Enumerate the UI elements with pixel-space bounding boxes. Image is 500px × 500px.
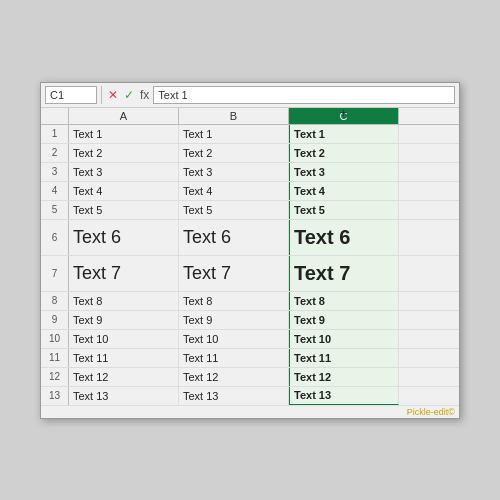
- cell-c-10[interactable]: Text 10: [289, 330, 399, 348]
- table-row: 6Text 6Text 6Text 6: [41, 220, 459, 256]
- grid-body: 1Text 1Text 1Text 12Text 2Text 2Text 23T…: [41, 125, 459, 406]
- col-header-a[interactable]: A: [69, 108, 179, 124]
- cell-b-8[interactable]: Text 8: [179, 292, 289, 310]
- cell-a-13[interactable]: Text 13: [69, 387, 179, 405]
- table-row: 11Text 11Text 11Text 11: [41, 349, 459, 368]
- cell-c-11[interactable]: Text 11: [289, 349, 399, 367]
- cell-a-7[interactable]: Text 7: [69, 256, 179, 291]
- cell-b-13[interactable]: Text 13: [179, 387, 289, 405]
- excel-window: ✕ ✓ fx A B C + 1Text 1Text 1Text 12Text …: [40, 82, 460, 419]
- cell-a-4[interactable]: Text 4: [69, 182, 179, 200]
- table-row: 9Text 9Text 9Text 9: [41, 311, 459, 330]
- watermark: Pickle-edit©: [41, 406, 459, 418]
- fx-icon[interactable]: fx: [138, 88, 151, 102]
- row-number: 2: [41, 144, 69, 162]
- table-row: 3Text 3Text 3Text 3: [41, 163, 459, 182]
- table-row: 12Text 12Text 12Text 12: [41, 368, 459, 387]
- row-number: 13: [41, 387, 69, 405]
- cell-b-11[interactable]: Text 11: [179, 349, 289, 367]
- cell-b-2[interactable]: Text 2: [179, 144, 289, 162]
- row-number: 12: [41, 368, 69, 386]
- cancel-formula-icon[interactable]: ✕: [106, 88, 120, 102]
- cursor-indicator: +: [340, 108, 347, 120]
- cell-b-3[interactable]: Text 3: [179, 163, 289, 181]
- cell-c-4[interactable]: Text 4: [289, 182, 399, 200]
- cell-a-2[interactable]: Text 2: [69, 144, 179, 162]
- table-row: 7Text 7Text 7Text 7: [41, 256, 459, 292]
- row-number: 3: [41, 163, 69, 181]
- cell-a-9[interactable]: Text 9: [69, 311, 179, 329]
- cell-c-7[interactable]: Text 7: [289, 256, 399, 291]
- row-number: 5: [41, 201, 69, 219]
- row-num-header: [41, 108, 69, 124]
- row-number: 8: [41, 292, 69, 310]
- cell-c-9[interactable]: Text 9: [289, 311, 399, 329]
- cell-c-5[interactable]: Text 5: [289, 201, 399, 219]
- cell-c-8[interactable]: Text 8: [289, 292, 399, 310]
- cell-c-6[interactable]: Text 6: [289, 220, 399, 255]
- cell-c-13[interactable]: Text 13: [289, 387, 399, 405]
- cell-a-3[interactable]: Text 3: [69, 163, 179, 181]
- cell-b-10[interactable]: Text 10: [179, 330, 289, 348]
- table-row: 1Text 1Text 1Text 1: [41, 125, 459, 144]
- cell-b-5[interactable]: Text 5: [179, 201, 289, 219]
- row-number: 1: [41, 125, 69, 143]
- cell-a-8[interactable]: Text 8: [69, 292, 179, 310]
- cell-b-12[interactable]: Text 12: [179, 368, 289, 386]
- cell-a-12[interactable]: Text 12: [69, 368, 179, 386]
- confirm-formula-icon[interactable]: ✓: [122, 88, 136, 102]
- cell-a-10[interactable]: Text 10: [69, 330, 179, 348]
- table-row: 2Text 2Text 2Text 2: [41, 144, 459, 163]
- table-row: 4Text 4Text 4Text 4: [41, 182, 459, 201]
- col-header-b[interactable]: B: [179, 108, 289, 124]
- cell-a-11[interactable]: Text 11: [69, 349, 179, 367]
- cell-c-1[interactable]: Text 1: [289, 125, 399, 143]
- formula-input[interactable]: [153, 86, 455, 104]
- spreadsheet: A B C + 1Text 1Text 1Text 12Text 2Text 2…: [41, 108, 459, 418]
- cell-a-6[interactable]: Text 6: [69, 220, 179, 255]
- cell-reference-box[interactable]: [45, 86, 97, 104]
- column-headers: A B C +: [41, 108, 459, 125]
- formula-bar: ✕ ✓ fx: [41, 83, 459, 108]
- cell-a-5[interactable]: Text 5: [69, 201, 179, 219]
- col-header-c[interactable]: C +: [289, 108, 399, 124]
- cell-b-1[interactable]: Text 1: [179, 125, 289, 143]
- cell-c-2[interactable]: Text 2: [289, 144, 399, 162]
- row-number: 9: [41, 311, 69, 329]
- row-number: 11: [41, 349, 69, 367]
- row-number: 7: [41, 256, 69, 291]
- cell-c-3[interactable]: Text 3: [289, 163, 399, 181]
- row-number: 4: [41, 182, 69, 200]
- cell-b-7[interactable]: Text 7: [179, 256, 289, 291]
- row-number: 10: [41, 330, 69, 348]
- cell-c-12[interactable]: Text 12: [289, 368, 399, 386]
- cell-b-4[interactable]: Text 4: [179, 182, 289, 200]
- table-row: 5Text 5Text 5Text 5: [41, 201, 459, 220]
- cell-b-6[interactable]: Text 6: [179, 220, 289, 255]
- table-row: 13Text 13Text 13Text 13: [41, 387, 459, 406]
- cell-a-1[interactable]: Text 1: [69, 125, 179, 143]
- formula-bar-divider: [101, 86, 102, 104]
- table-row: 10Text 10Text 10Text 10: [41, 330, 459, 349]
- cell-b-9[interactable]: Text 9: [179, 311, 289, 329]
- table-row: 8Text 8Text 8Text 8: [41, 292, 459, 311]
- row-number: 6: [41, 220, 69, 255]
